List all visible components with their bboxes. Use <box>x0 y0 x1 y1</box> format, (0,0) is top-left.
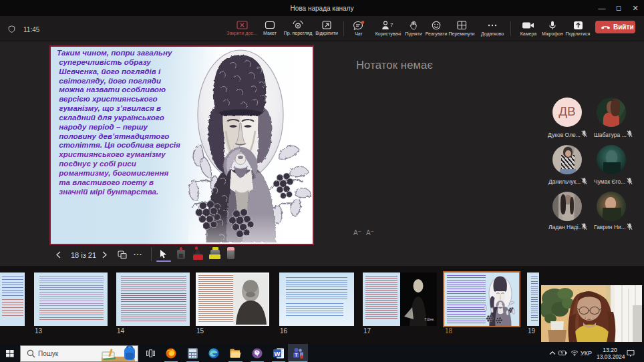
svg-text:T.Шев.: T.Шев. <box>424 317 434 321</box>
svg-text:W: W <box>275 350 281 357</box>
svg-text:7: 7 <box>390 22 393 28</box>
svg-text:T: T <box>295 353 298 357</box>
